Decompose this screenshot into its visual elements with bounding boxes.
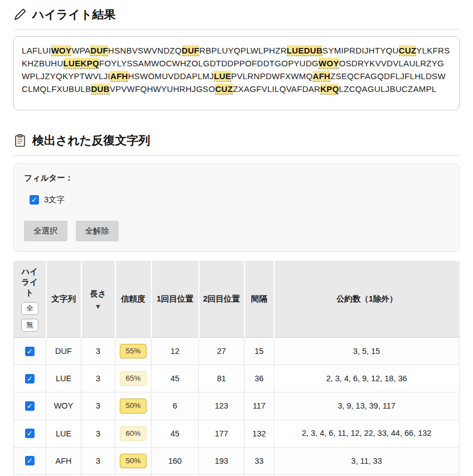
checkbox-3chars[interactable] <box>30 195 39 205</box>
gap-value: 117 <box>245 392 274 420</box>
table-row: AFH350%160193333, 11, 33 <box>14 447 460 474</box>
col-header-divisors: 公約数（1除外） <box>274 261 460 338</box>
col-header-highlight: ハイライト 全無 <box>14 261 46 338</box>
row-highlight-checkbox[interactable] <box>25 456 35 465</box>
pattern-string: WOY <box>46 392 81 420</box>
highlight-all-button[interactable]: 全 <box>21 302 38 315</box>
second-position: 177 <box>199 420 245 447</box>
filter-buttons: 全選択 全解除 <box>24 221 449 241</box>
table-row: LUE360%451771322, 3, 4, 6, 11, 12, 22, 3… <box>14 420 460 447</box>
gap-value: 33 <box>245 447 274 474</box>
row-highlight-checkbox[interactable] <box>25 374 35 383</box>
highlight-checkbox-cell <box>14 392 46 420</box>
highlighted-trigram: DUB <box>91 84 109 95</box>
col-header-first-pos: 1回目位置 <box>152 261 199 338</box>
second-position: 81 <box>199 365 245 392</box>
highlighted-trigram: CUZ <box>399 45 417 56</box>
confidence-cell: 65% <box>115 365 152 392</box>
pattern-string: LUE <box>46 420 81 447</box>
filter-panel: フィルター： 3文字 全選択 全解除 <box>13 163 460 252</box>
highlight-checkbox-cell <box>14 365 46 392</box>
divisors-list: 3, 5, 15 <box>274 338 460 365</box>
highlighted-trigram: LUE <box>287 45 304 56</box>
pattern-length: 3 <box>81 420 115 447</box>
highlighted-trigram: DUF <box>182 45 199 56</box>
cipher-text-run: LZCQAGULJBUCZAMPL <box>339 84 436 94</box>
divisors-list: 2, 3, 4, 6, 11, 12, 22, 33, 44, 66, 132 <box>274 420 460 447</box>
pattern-string: DUF <box>46 338 81 365</box>
first-position: 45 <box>152 365 199 392</box>
second-position: 193 <box>199 447 245 474</box>
col-header-second-pos: 2回目位置 <box>199 261 245 338</box>
pattern-length: 3 <box>81 447 115 474</box>
highlight-checkbox-cell <box>14 338 46 365</box>
gap-value: 132 <box>245 420 274 447</box>
table-row: WOY350%61231173, 9, 13, 39, 117 <box>14 392 460 420</box>
divisors-list: 3, 9, 13, 39, 117 <box>274 392 460 420</box>
cipher-text-run: FOYLYSSAMWOCWHZOLGDTDDPPOFDDTGOPYUDG <box>99 59 319 68</box>
highlight-none-button[interactable]: 無 <box>21 319 38 332</box>
table-row: LUE365%4581362, 3, 4, 6, 9, 12, 18, 36 <box>14 365 460 392</box>
confidence-cell: 50% <box>115 447 152 474</box>
highlighted-trigram: DUB <box>304 45 322 56</box>
section-title-highlight: ハイライト結果 <box>13 3 460 30</box>
filter-option-3chars[interactable]: 3文字 <box>30 195 65 205</box>
highlighted-trigram: WOY <box>51 45 72 56</box>
second-position: 27 <box>199 338 245 365</box>
cipher-text-run: VPVWFQHWYUHRHJGSO <box>110 84 215 94</box>
table-header-row: ハイライト 全無 文字列 長さ ▼ 信頼度 1回目位置 2回目位置 間隔 公約数… <box>14 261 460 338</box>
cipher-text-run: ZXAGFVLILQVAFDAR <box>233 84 320 94</box>
section-title-text: ハイライト結果 <box>32 7 115 22</box>
gap-value: 36 <box>245 365 274 392</box>
pattern-length: 3 <box>81 338 115 365</box>
highlight-checkbox-cell <box>14 447 46 474</box>
second-position: 123 <box>199 392 245 420</box>
select-all-button[interactable]: 全選択 <box>24 221 67 241</box>
highlighted-trigram: AFH <box>313 71 330 82</box>
col-header-length-label: 長さ <box>90 289 106 298</box>
table-row: DUF355%1227153, 5, 15 <box>14 338 460 365</box>
col-header-length[interactable]: 長さ ▼ <box>81 261 115 338</box>
highlighted-trigram: CUZ <box>215 84 233 95</box>
pattern-length: 3 <box>81 365 115 392</box>
confidence-badge: 50% <box>120 454 146 468</box>
pattern-length: 3 <box>81 392 115 420</box>
confidence-badge: 50% <box>120 399 146 413</box>
row-highlight-checkbox[interactable] <box>25 347 35 356</box>
confidence-cell: 60% <box>115 420 152 447</box>
repeated-strings-section: 検出された反復文字列 フィルター： 3文字 全選択 全解除 ハイライト 全無 文… <box>13 129 460 476</box>
col-header-highlight-label: ハイライト <box>21 267 38 297</box>
highlighted-trigram: LUE <box>214 71 231 82</box>
highlighted-trigram: KPQ <box>320 84 339 95</box>
col-header-gap: 間隔 <box>245 261 274 338</box>
col-header-confidence: 信頼度 <box>115 261 152 338</box>
clear-all-button[interactable]: 全解除 <box>76 221 119 241</box>
highlight-results-section: ハイライト結果 LAFLUIWOYWPADUFHSNBVSWVNDZQDUFRB… <box>13 3 460 110</box>
row-highlight-checkbox[interactable] <box>25 401 35 411</box>
sort-descending-icon[interactable]: ▼ <box>85 303 111 310</box>
ciphertext-panel: LAFLUIWOYWPADUFHSNBVSWVNDZQDUFRBPLUYQPLW… <box>13 36 460 110</box>
repeated-strings-table: ハイライト 全無 文字列 長さ ▼ 信頼度 1回目位置 2回目位置 間隔 公約数… <box>13 261 460 476</box>
first-position: 12 <box>152 338 199 365</box>
confidence-cell: 55% <box>115 338 152 365</box>
row-highlight-checkbox[interactable] <box>25 429 35 438</box>
first-position: 6 <box>152 392 199 420</box>
cipher-text-run: HSWOMUVDDAPLMJ <box>128 71 214 81</box>
clipboard-icon <box>13 134 27 147</box>
divisors-list: 2, 3, 4, 6, 9, 12, 18, 36 <box>274 365 460 392</box>
gap-value: 15 <box>245 338 274 365</box>
cipher-text-run: PVLRNPDWFXWMQ <box>231 71 313 81</box>
highlighted-trigram: DUF <box>90 45 108 56</box>
col-header-string: 文字列 <box>46 261 81 338</box>
pattern-string: AFH <box>46 447 81 474</box>
highlighted-trigram: KPQ <box>81 58 99 69</box>
cipher-text-run: HSNBVSWVNDZQ <box>108 46 182 55</box>
confidence-badge: 65% <box>120 371 146 386</box>
highlight-checkbox-cell <box>14 420 46 447</box>
cipher-text-run: RBPLUYQPLWLPHZR <box>199 46 287 55</box>
confidence-cell: 50% <box>115 392 152 420</box>
confidence-badge: 60% <box>120 426 146 441</box>
pattern-string: LUE <box>46 365 81 392</box>
filter-option-label: 3文字 <box>44 195 65 205</box>
section-title-text: 検出された反復文字列 <box>32 133 150 148</box>
